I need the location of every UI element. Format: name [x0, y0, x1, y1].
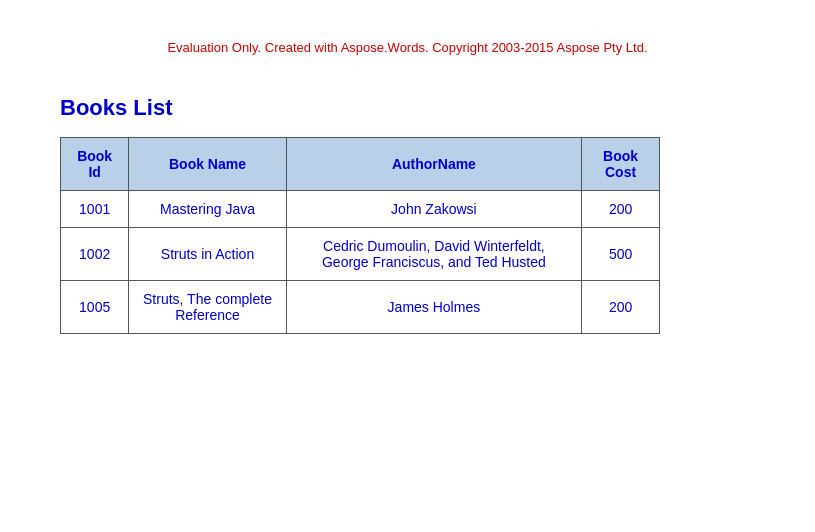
- cell-book-cost: 200: [582, 281, 660, 334]
- table-row: 1005Struts, The complete ReferenceJames …: [61, 281, 660, 334]
- header-book-cost: Book Cost: [582, 138, 660, 191]
- table-header-row: Book Id Book Name AuthorName Book Cost: [61, 138, 660, 191]
- page-title: Books List: [60, 95, 755, 121]
- header-author-name: AuthorName: [286, 138, 581, 191]
- cell-book-id: 1005: [61, 281, 129, 334]
- books-table: Book Id Book Name AuthorName Book Cost 1…: [60, 137, 660, 334]
- header-book-name: Book Name: [129, 138, 286, 191]
- cell-book-name: Struts in Action: [129, 228, 286, 281]
- cell-book-name: Struts, The complete Reference: [129, 281, 286, 334]
- table-row: 1002Struts in ActionCedric Dumoulin, Dav…: [61, 228, 660, 281]
- cell-book-cost: 500: [582, 228, 660, 281]
- cell-book-cost: 200: [582, 191, 660, 228]
- cell-book-id: 1002: [61, 228, 129, 281]
- table-row: 1001Mastering JavaJohn Zakowsi200: [61, 191, 660, 228]
- cell-book-name: Mastering Java: [129, 191, 286, 228]
- cell-author-name: Cedric Dumoulin, David Winterfeldt, Geor…: [286, 228, 581, 281]
- evaluation-notice: Evaluation Only. Created with Aspose.Wor…: [60, 40, 755, 55]
- cell-author-name: James Holmes: [286, 281, 581, 334]
- header-book-id: Book Id: [61, 138, 129, 191]
- cell-book-id: 1001: [61, 191, 129, 228]
- cell-author-name: John Zakowsi: [286, 191, 581, 228]
